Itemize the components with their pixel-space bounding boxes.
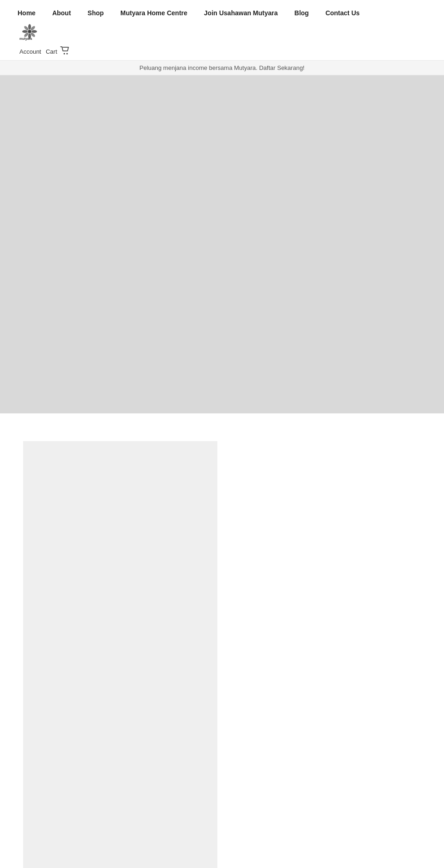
cart-link[interactable]: Cart [44,47,59,56]
product-section: Mutyara V-Gin Mutyara V-Gin diperbuat da… [0,413,444,868]
account-link[interactable]: Account [18,47,43,56]
product-image [23,441,217,868]
svg-point-3 [22,30,28,33]
svg-text:mutyara: mutyara [19,37,32,41]
nav-contact[interactable]: Contact Us [317,6,368,20]
svg-point-4 [31,30,37,33]
svg-point-10 [63,53,65,55]
nav-about[interactable]: About [44,6,79,20]
logo-area: mutyara [9,20,435,44]
svg-point-11 [66,53,68,55]
nav-shop[interactable]: Shop [79,6,112,20]
main-nav: Home About Shop Mutyara Home Centre Join… [9,0,435,20]
hero-section [0,75,444,413]
promo-text: Peluang menjana income bersama Mutyara. … [140,64,305,71]
header: Home About Shop Mutyara Home Centre Join… [0,0,444,61]
nav-join[interactable]: Join Usahawan Mutyara [196,6,286,20]
nav-home[interactable]: Home [9,6,44,20]
product-left-column: Mutyara V-Gin Mutyara V-Gin diperbuat da… [23,441,217,868]
svg-point-0 [28,30,31,33]
account-cart-bar: Account Cart [9,44,435,60]
cart-icon [60,46,69,56]
nav-home-centre[interactable]: Mutyara Home Centre [112,6,196,20]
mutyara-logo: mutyara [18,22,42,41]
svg-point-1 [28,24,31,30]
promo-bar: Peluang menjana income bersama Mutyara. … [0,61,444,75]
nav-blog[interactable]: Blog [286,6,317,20]
